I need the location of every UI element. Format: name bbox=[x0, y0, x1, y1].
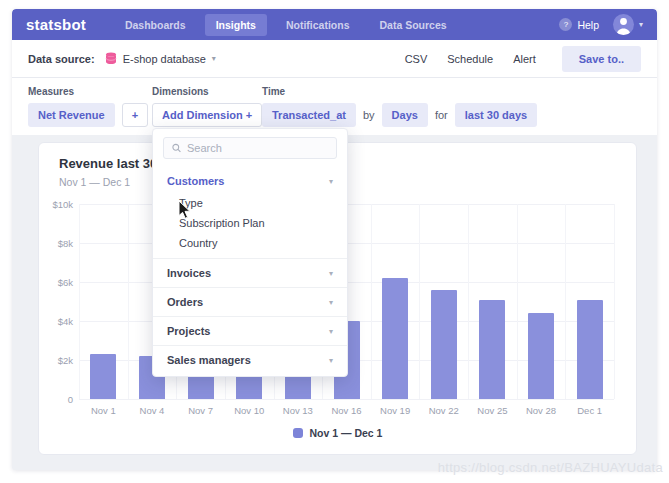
date-range-pill[interactable]: last 30 days bbox=[455, 103, 537, 127]
chevron-down-icon: ▾ bbox=[329, 327, 333, 336]
add-measure-button[interactable]: + bbox=[122, 103, 148, 127]
gridline-vertical bbox=[371, 204, 372, 399]
x-tick-label: Dec 1 bbox=[560, 405, 620, 416]
legend-swatch bbox=[293, 428, 303, 438]
bar-nov-19[interactable] bbox=[382, 278, 408, 399]
data-source-value: E-shop database bbox=[123, 53, 206, 65]
watermark-text: https://blog.csdn.net/BAZHUAYUdata bbox=[438, 460, 663, 475]
y-axis: $10k$8k$6k$4k$2k0 bbox=[39, 204, 73, 399]
chevron-down-icon: ▾ bbox=[329, 177, 333, 186]
gridline-vertical bbox=[517, 204, 518, 399]
y-tick-label: $4k bbox=[39, 316, 73, 327]
gridline-vertical bbox=[468, 204, 469, 399]
chevron-down-icon: ▾ bbox=[329, 269, 333, 278]
by-text: by bbox=[363, 109, 375, 121]
mouse-cursor-icon bbox=[178, 200, 192, 220]
dropdown-item-country[interactable]: Country bbox=[153, 233, 347, 253]
measures-label: Measures bbox=[28, 86, 148, 97]
gridline-vertical bbox=[128, 204, 129, 399]
data-source-label: Data source: bbox=[28, 53, 95, 65]
dropdown-section-orders[interactable]: Orders ▾ bbox=[153, 288, 347, 316]
save-to-button[interactable]: Save to.. bbox=[562, 46, 641, 72]
nav-item-insights[interactable]: Insights bbox=[205, 14, 267, 36]
user-avatar-icon bbox=[613, 14, 634, 35]
nav-item-data-sources[interactable]: Data Sources bbox=[368, 14, 457, 36]
for-text: for bbox=[435, 109, 448, 121]
alert-button[interactable]: Alert bbox=[513, 53, 536, 65]
search-icon bbox=[172, 143, 181, 153]
time-label: Time bbox=[262, 86, 537, 97]
gridline-horizontal bbox=[79, 399, 614, 400]
granularity-pill[interactable]: Days bbox=[382, 103, 428, 127]
measures-group: Measures Net Revenue + bbox=[28, 86, 148, 127]
y-tick-label: $10k bbox=[39, 199, 73, 210]
bar-nov-1[interactable] bbox=[90, 354, 116, 399]
chart-title: Revenue last 30 bbox=[59, 156, 157, 171]
x-axis: Nov 1Nov 4Nov 7Nov 10Nov 13Nov 16Nov 19N… bbox=[79, 405, 614, 418]
database-icon bbox=[105, 52, 117, 65]
dimension-dropdown: Customers ▾ Type Subscription Plan Count… bbox=[152, 128, 348, 377]
data-source-selector[interactable]: E-shop database ▾ bbox=[105, 52, 216, 65]
question-icon: ? bbox=[559, 18, 572, 31]
gridline-vertical bbox=[565, 204, 566, 399]
gridline-vertical bbox=[419, 204, 420, 399]
dropdown-section-sales-managers[interactable]: Sales managers ▾ bbox=[153, 346, 347, 374]
y-tick-label: 0 bbox=[39, 394, 73, 405]
dropdown-search-input[interactable] bbox=[187, 142, 328, 154]
schedule-button[interactable]: Schedule bbox=[447, 53, 493, 65]
chevron-down-icon: ▾ bbox=[329, 356, 333, 365]
query-builder-bar: Measures Net Revenue + Dimensions Add Di… bbox=[12, 78, 657, 135]
measure-pill-net-revenue[interactable]: Net Revenue bbox=[28, 103, 115, 127]
dropdown-section-customers[interactable]: Customers ▾ bbox=[153, 169, 347, 193]
y-tick-label: $6k bbox=[39, 277, 73, 288]
toolbar-actions: CSV Schedule Alert Save to.. bbox=[405, 46, 641, 72]
chevron-down-icon: ▾ bbox=[212, 54, 216, 63]
csv-button[interactable]: CSV bbox=[405, 53, 428, 65]
nav-item-notifications[interactable]: Notifications bbox=[275, 14, 361, 36]
add-dimension-button[interactable]: Add Dimension + bbox=[152, 103, 262, 127]
top-nav: statsbot Dashboards Insights Notificatio… bbox=[12, 9, 657, 40]
dimensions-label: Dimensions bbox=[152, 86, 262, 97]
chart-subtitle: Nov 1 — Dec 1 bbox=[59, 176, 130, 188]
y-tick-label: $2k bbox=[39, 355, 73, 366]
dimensions-group: Dimensions Add Dimension + bbox=[152, 86, 262, 127]
toolbar: Data source: E-shop database ▾ CSV Sched… bbox=[12, 40, 657, 78]
chevron-down-icon: ▾ bbox=[639, 20, 643, 29]
time-group: Time Transacted_at by Days for last 30 d… bbox=[262, 86, 537, 127]
bar-nov-22[interactable] bbox=[431, 290, 457, 399]
dropdown-search[interactable] bbox=[163, 137, 337, 159]
chart-legend: Nov 1 — Dec 1 bbox=[39, 427, 636, 439]
bar-dec-1[interactable] bbox=[577, 300, 603, 399]
bar-nov-25[interactable] bbox=[479, 300, 505, 399]
gridline-vertical bbox=[614, 204, 615, 399]
chevron-down-icon: ▾ bbox=[329, 298, 333, 307]
dropdown-section-invoices[interactable]: Invoices ▾ bbox=[153, 259, 347, 287]
user-menu-button[interactable]: ▾ bbox=[613, 14, 643, 35]
bar-nov-28[interactable] bbox=[528, 313, 554, 399]
dropdown-section-projects[interactable]: Projects ▾ bbox=[153, 317, 347, 345]
gridline-vertical bbox=[79, 204, 80, 399]
nav-right-group: ? Help ▾ bbox=[559, 14, 643, 35]
time-field-pill[interactable]: Transacted_at bbox=[262, 103, 356, 127]
help-label: Help bbox=[577, 19, 599, 31]
app-logo: statsbot bbox=[26, 16, 86, 33]
nav-item-dashboards[interactable]: Dashboards bbox=[114, 14, 197, 36]
legend-label: Nov 1 — Dec 1 bbox=[310, 427, 383, 439]
help-button[interactable]: ? Help bbox=[559, 18, 599, 31]
y-tick-label: $8k bbox=[39, 238, 73, 249]
screenshot-root: statsbot Dashboards Insights Notificatio… bbox=[0, 0, 669, 483]
